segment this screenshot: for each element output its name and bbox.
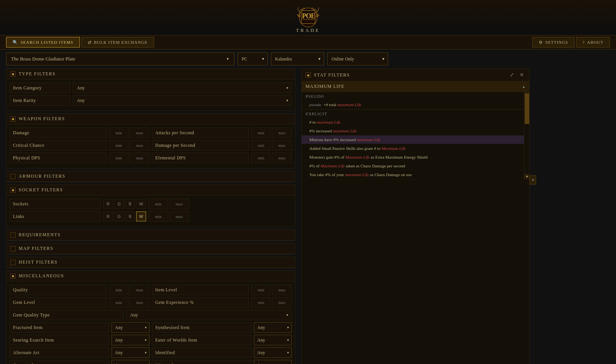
socket-filters-checkbox[interactable] [10,188,16,193]
stat-scroll-down-arrow[interactable]: ▼ [524,174,529,179]
dps-min-input[interactable] [251,140,271,151]
gemlevel-min-input[interactable] [109,297,129,308]
quality-max-input[interactable] [130,285,150,295]
gemexp-minmax [251,297,292,308]
type-filters-header[interactable]: Type Filters [6,69,295,79]
status-select[interactable]: Online Only [327,52,388,65]
links-g-btn[interactable]: G [114,211,124,221]
stat-item-5[interactable]: #% of Maximum Life taken as Chaos Damage… [302,162,524,170]
stat-item-3[interactable]: Added Small Passive Skills also grant # … [302,144,524,153]
stat-item-2[interactable]: Minions have #% increased maximum Life [302,135,524,144]
type-filters-checkbox[interactable] [10,72,16,77]
mirrored-select[interactable]: Any [254,360,292,364]
weapon-filters-header[interactable]: Weapon Filters [6,114,295,124]
stat-item-0[interactable]: # to maximum Life [302,118,524,127]
pdps-max-input[interactable] [130,153,150,163]
heist-filters-checkbox[interactable] [10,260,16,265]
eater-select-wrap: Any [254,335,292,345]
ilevel-min-input[interactable] [251,285,271,295]
links-max-input[interactable] [169,211,189,222]
stat-content: Maximum Life ▲ Pseudo pseudo +# total ma… [302,81,529,179]
svg-text:POE: POE [302,12,315,20]
sockets-max-input[interactable] [169,199,189,209]
misc-filters-checkbox[interactable] [10,273,16,279]
platform-select[interactable]: PC [237,52,268,65]
map-filters-header[interactable]: Map Filters [6,243,295,254]
stat-filters-checkbox[interactable] [306,72,311,78]
about-button[interactable]: ? About [576,37,610,48]
sockets-g-btn[interactable]: G [114,199,124,209]
links-w-btn[interactable]: W [136,211,146,221]
stat-item-4[interactable]: Monsters gain #% of Maximum Life as Extr… [302,153,524,162]
stat-side-close-btn[interactable]: ✕ [529,175,536,184]
sockets-r-btn[interactable]: R [103,199,113,209]
settings-button[interactable]: ⚙ Settings [532,37,575,48]
stat-expand-icon[interactable]: ⤢ [508,71,516,79]
weapon-filters-checkbox[interactable] [10,116,16,122]
stat-item-6-text: You take #% of your maximum Life as Chao… [309,172,412,177]
stat-item-6[interactable]: You take #% of your maximum Life as Chao… [302,170,524,179]
links-r-btn[interactable]: R [103,211,113,221]
ilevel-max-input[interactable] [272,285,292,295]
corrupted-select[interactable]: Any [111,360,150,364]
league-select[interactable]: Kalandra [271,52,324,65]
armour-filters-header[interactable]: Armour Filters [6,171,295,182]
searing-select[interactable]: Any [111,335,150,345]
heist-filters-header[interactable]: Heist Filters [6,257,295,268]
fractured-select[interactable]: Any [111,322,150,333]
item-search-dropdown[interactable]: The Brass Dome Gladiator Plate ▼ [6,52,234,65]
type-filters-section: Type Filters Item Category Any Item Rari… [6,68,295,111]
misc-filters-section: Miscellaneous Quality Item Level [6,270,295,364]
stat-group-pseudo[interactable]: Pseudo [302,92,524,100]
item-category-select[interactable]: Any [73,83,292,93]
links-min-input[interactable] [148,211,168,222]
crit-min-input[interactable] [109,140,129,151]
gemquality-row: Gem Quality Type Any [10,310,292,320]
item-rarity-select[interactable]: Any [73,95,292,106]
search-icon: 🔍 [13,40,18,45]
crit-max-input[interactable] [130,140,150,151]
aps-min-input[interactable] [251,127,271,138]
eater-select[interactable]: Any [254,335,292,345]
armour-filters-checkbox[interactable] [10,174,16,179]
damage-min-input[interactable] [109,127,129,138]
stat-search-bar[interactable]: Maximum Life ▲ [302,81,529,92]
map-filters-checkbox[interactable] [10,246,16,251]
damage-max-input[interactable] [130,127,150,138]
stat-item-1[interactable]: #% increased maximum Life [302,127,524,135]
stat-scrollbar-thumb[interactable] [525,94,529,124]
sockets-b-btn[interactable]: B [125,199,135,209]
item-rarity-label: Item Rarity [10,95,70,106]
search-listed-items-button[interactable]: 🔍 Search Listed Items [6,37,80,48]
synth-select[interactable]: Any [254,322,292,333]
gemexp-min-input[interactable] [251,297,271,308]
gemexp-max-input[interactable] [272,297,292,308]
stat-item-pseudo-life[interactable]: pseudo +# total maximum Life [302,100,524,109]
identified-select[interactable]: Any [254,347,292,358]
poe-logo-icon: POE [294,3,322,30]
edps-max-input[interactable] [272,153,292,163]
search-listed-items-label: Search Listed Items [21,40,73,45]
sockets-min-input[interactable] [148,199,168,209]
stat-close-icon[interactable]: ✕ [518,71,525,79]
gemlevel-max-input[interactable] [130,297,150,308]
misc-filters-header[interactable]: Miscellaneous [6,271,295,281]
pdps-min-input[interactable] [109,153,129,163]
synth-label: Synthesised Item [152,322,251,333]
socket-filters-header[interactable]: Socket Filters [6,185,295,196]
sockets-w-btn[interactable]: W [136,199,146,209]
quality-min-input[interactable] [109,285,129,295]
altart-select[interactable]: Any [111,347,150,358]
dps-max-input[interactable] [272,140,292,151]
links-row: Links R G B W [10,211,292,222]
gemquality-select[interactable]: Any [126,310,292,320]
aps-max-input[interactable] [272,127,292,138]
links-b-btn[interactable]: B [125,211,135,221]
bulk-item-exchange-button[interactable]: ⇄ Bulk Item Exchange [81,37,154,48]
quality-half: Quality [10,285,150,295]
requirements-checkbox[interactable] [10,232,16,238]
searing-label: Searing Exarch Item [10,335,109,345]
corrupted-mirrored-row: Corrupted Any Mirrored Any [10,360,292,364]
edps-min-input[interactable] [251,153,271,163]
requirements-header[interactable]: Requirements [6,230,295,240]
